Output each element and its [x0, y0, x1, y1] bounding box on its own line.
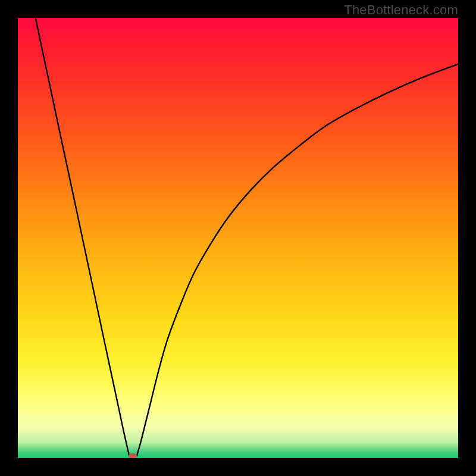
- gradient-background: [18, 18, 458, 458]
- watermark-text: TheBottleneck.com: [344, 2, 458, 18]
- bottleneck-chart: [18, 18, 458, 458]
- chart-frame: [18, 18, 458, 458]
